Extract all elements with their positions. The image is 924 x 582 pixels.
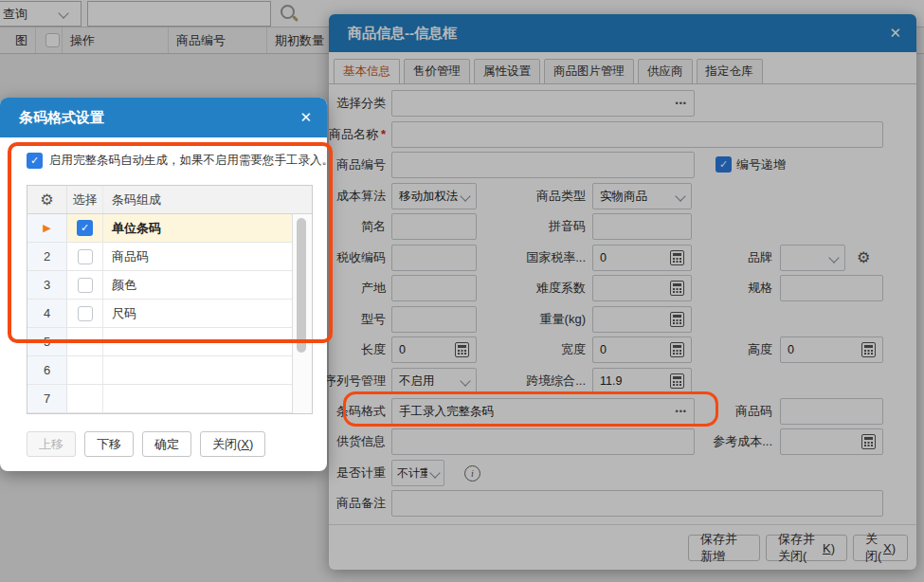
close-button[interactable]: 关闭(X) <box>200 431 265 457</box>
table-row[interactable]: 7 <box>27 385 312 413</box>
row-name: 尺码 <box>103 300 293 327</box>
scrollbar-thumb[interactable] <box>297 218 306 353</box>
row-checkbox[interactable] <box>78 306 93 321</box>
row-name <box>103 385 293 412</box>
ok-button[interactable]: 确定 <box>142 431 191 457</box>
table-scrollbar[interactable] <box>292 214 312 413</box>
barcode-dialog-titlebar: 条码格式设置 ✕ <box>0 98 327 137</box>
row-checkbox[interactable] <box>78 278 93 293</box>
enable-auto-barcode-label: 启用完整条码自动生成，如果不启用需要您手工录入。 <box>49 153 334 169</box>
check-icon: ✓ <box>30 155 39 167</box>
close-icon[interactable]: ✕ <box>299 98 312 137</box>
row-name: 单位条码 <box>103 214 293 242</box>
move-down-button[interactable]: 下移 <box>84 431 134 457</box>
column-select: 选择 <box>67 186 103 213</box>
app-screen: 查询 图 操作 商品编号 期初数量 商品信息--信息框 ✕ 基本信息 售价管理 … <box>0 0 924 582</box>
move-up-button[interactable]: 上移 <box>27 431 76 457</box>
table-row[interactable]: ▶ ✓ 单位条码 <box>27 214 312 243</box>
row-name: 颜色 <box>103 271 293 299</box>
row-name: 商品码 <box>103 243 293 270</box>
barcode-dialog-title: 条码格式设置 <box>19 109 104 127</box>
column-composition: 条码组成 <box>103 186 293 213</box>
table-row[interactable]: 5 <box>27 328 312 356</box>
table-row[interactable]: 3 颜色 <box>27 271 312 300</box>
table-row[interactable]: 4 尺码 <box>27 300 312 328</box>
row-pointer-icon: ▶ <box>43 222 50 234</box>
table-header-row: ⚙ 选择 条码组成 <box>27 186 312 214</box>
row-name <box>103 356 293 384</box>
gear-icon[interactable]: ⚙ <box>40 192 53 208</box>
enable-auto-barcode-checkbox[interactable]: ✓ <box>27 153 43 169</box>
barcode-format-dialog: 条码格式设置 ✕ ✓ 启用完整条码自动生成，如果不启用需要您手工录入。 ⚙ 选择… <box>0 98 327 471</box>
row-name <box>103 328 293 355</box>
table-row[interactable]: 6 <box>27 356 312 385</box>
row-checkbox[interactable] <box>78 249 93 264</box>
check-icon: ✓ <box>81 222 89 234</box>
table-row[interactable]: 2 商品码 <box>27 243 312 271</box>
row-checkbox[interactable]: ✓ <box>77 220 93 236</box>
barcode-composition-table: ⚙ 选择 条码组成 ▶ ✓ 单位条码 2 商品码 3 颜色 <box>27 185 313 414</box>
